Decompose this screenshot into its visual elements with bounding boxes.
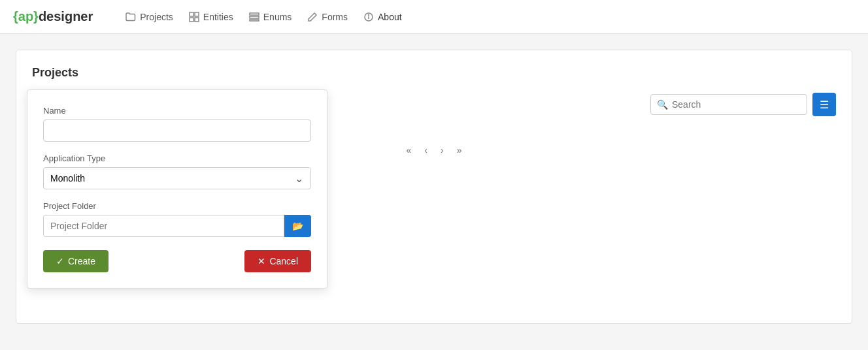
pagination-first[interactable]: «: [403, 142, 416, 158]
search-icon: 🔍: [657, 99, 668, 110]
nav-label-enums: Enums: [263, 12, 292, 22]
folder-browse-icon: 📂: [292, 221, 303, 231]
navbar: {ap}designer Projects Entities Enums For…: [0, 0, 868, 34]
name-input[interactable]: [43, 119, 311, 142]
cancel-button[interactable]: ✕ Cancel: [244, 250, 311, 272]
folder-label: Project Folder: [43, 201, 311, 211]
pagination-last[interactable]: »: [453, 142, 466, 158]
browse-folder-button[interactable]: 📂: [284, 215, 311, 237]
pencil-icon: [307, 12, 318, 22]
nav-item-entities[interactable]: Entities: [182, 8, 240, 26]
brand-prefix: {ap}: [13, 9, 39, 24]
svg-rect-0: [190, 12, 193, 16]
info-icon: [363, 12, 374, 22]
pagination-next[interactable]: ›: [437, 142, 448, 158]
nav-label-entities: Entities: [203, 12, 233, 22]
name-label: Name: [43, 106, 311, 116]
x-icon: ✕: [258, 256, 265, 266]
page-title: Projects: [32, 66, 836, 80]
svg-rect-4: [250, 13, 259, 15]
app-type-select[interactable]: Monolith Microservices Library: [43, 167, 311, 189]
create-project-dialog: Name Application Type Monolith Microserv…: [27, 89, 327, 289]
dialog-box: Name Application Type Monolith Microserv…: [27, 89, 327, 289]
nav-item-enums[interactable]: Enums: [242, 8, 299, 26]
create-button[interactable]: ✓ Create: [43, 250, 108, 272]
dialog-actions: ✓ Create ✕ Cancel: [43, 250, 311, 272]
hamburger-icon: ☰: [820, 99, 829, 111]
nav-item-projects[interactable]: Projects: [119, 8, 180, 26]
folder-input[interactable]: [43, 215, 284, 237]
name-field-group: Name: [43, 106, 311, 142]
content-card: Projects Create project Reload from serv…: [16, 50, 852, 324]
brand-logo: {ap}designer: [13, 9, 93, 24]
search-wrapper: 🔍: [650, 94, 807, 115]
nav-item-about[interactable]: About: [357, 8, 409, 26]
folder-input-wrapper: 📂: [43, 215, 311, 237]
pagination-prev[interactable]: ‹: [420, 142, 431, 158]
folder-field-group: Project Folder 📂: [43, 201, 311, 237]
toolbar-right: 🔍 ☰: [650, 93, 836, 116]
svg-point-9: [369, 14, 369, 15]
nav-label-about: About: [378, 12, 402, 22]
app-type-select-wrapper: Monolith Microservices Library: [43, 167, 311, 189]
nav-label-projects: Projects: [140, 12, 173, 22]
svg-rect-6: [250, 20, 259, 21]
main-content: Projects Create project Reload from serv…: [0, 34, 868, 340]
nav-links: Projects Entities Enums Forms About: [119, 8, 408, 26]
app-type-label: Application Type: [43, 153, 311, 163]
check-icon: ✓: [56, 256, 64, 266]
cancel-button-label: Cancel: [269, 256, 298, 266]
grid-icon: [189, 12, 199, 22]
create-button-label: Create: [68, 256, 95, 266]
svg-rect-5: [250, 16, 259, 18]
list-icon: [249, 12, 259, 22]
menu-button[interactable]: ☰: [812, 93, 836, 116]
svg-rect-1: [195, 12, 199, 16]
nav-label-forms: Forms: [322, 12, 348, 22]
search-input[interactable]: [650, 94, 807, 115]
brand-suffix: designer: [39, 9, 93, 24]
svg-rect-2: [190, 18, 193, 22]
svg-rect-3: [195, 18, 199, 22]
app-type-field-group: Application Type Monolith Microservices …: [43, 153, 311, 189]
folder-icon: [125, 12, 136, 22]
nav-item-forms[interactable]: Forms: [301, 8, 354, 26]
